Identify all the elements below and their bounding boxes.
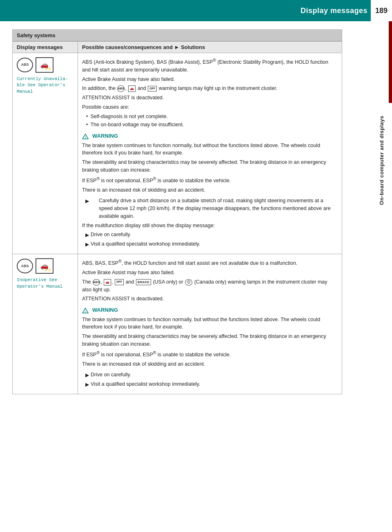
row1-line4: ATTENTION ASSIST is deactivated.: [82, 94, 338, 102]
row2-intro: ABS, BAS, ESP®, the HOLD function and hi…: [82, 258, 338, 267]
row1-multifunction: If the multifunction display still shows…: [82, 222, 338, 230]
row1-icons: ABS 🚗 ⚡⚡: [17, 57, 74, 73]
inline-car-icon2: 🚗: [104, 279, 111, 286]
row1-intro: ABS (Anti-lock Braking System), BAS (Bra…: [82, 57, 338, 74]
row1-content: ABS (Anti-lock Braking System), BAS (Bra…: [78, 53, 342, 254]
header-title: Display messages: [301, 7, 368, 15]
inline-car-icon: 🚗: [128, 85, 136, 92]
page-number: 189: [371, 0, 392, 21]
row1-icon-label: Currently Unavaila-ble See Operator'sMan…: [17, 76, 74, 95]
row1-arrow2: ▶ Drive on carefully.: [85, 231, 338, 239]
row1-warning-line4: There is an increased risk of skidding a…: [82, 186, 338, 194]
car-warning-icon2: 🚗 ⚡⚡: [36, 258, 53, 274]
section-header: Safety systems: [12, 29, 342, 41]
row2-line4: ATTENTION ASSIST is deactivated.: [82, 295, 338, 303]
row2-warning-line2: The steerability and braking characteris…: [82, 333, 338, 348]
inline-canada-icon: ⓘ: [185, 279, 192, 286]
row1-warning-title: ! WARNING: [82, 132, 338, 140]
row1-arrow3: ▶ Visit a qualified specialist workshop …: [85, 240, 338, 248]
header-bar: Display messages: [0, 0, 392, 21]
row1-arrow1: ▶ Carefully drive a short distance on a …: [85, 197, 338, 220]
row1-warning-line2: The steerability and braking characteris…: [82, 159, 338, 174]
inline-abs-icon: ABS: [117, 85, 125, 92]
abs-icon2: ABS: [17, 259, 33, 273]
inline-off-icon2: OFF: [115, 279, 124, 285]
col2-header: Possible causes/consequences and ► Solut…: [78, 42, 342, 53]
row1-line3: In addition, the ABS, 🚗 and OFF warning …: [82, 85, 338, 92]
col1-header: Display messages: [13, 42, 78, 53]
row1-warning: ! WARNING The brake system continues to …: [82, 132, 338, 194]
row1-bullet1: • Self-diagnosis is not yet complete.: [86, 113, 338, 121]
inline-brake-icon: BRAKE: [136, 279, 151, 285]
table-row: ABS 🚗 ⚡⚡ Currently Unavaila-ble See Oper…: [13, 53, 342, 254]
side-tab-bar: [389, 21, 392, 103]
row2-line2: Active Brake Assist may have also failed…: [82, 269, 338, 277]
car-warning-icon: 🚗 ⚡⚡: [36, 57, 53, 73]
row2-line3: The ABS, 🚗, OFF and BRAKE (USA only) or …: [82, 278, 338, 294]
row1-warning-line3: If ESP® is not operational, ESP® is unab…: [82, 176, 338, 185]
row2-arrow2: ▶ Visit a qualified specialist workshop …: [85, 380, 338, 388]
side-tab-label: On-board computer and displays: [379, 116, 385, 205]
row2-warning-line3: If ESP® is not operational, ESP® is unab…: [82, 350, 338, 359]
col2-header-text: Possible causes/consequences and ► Solut…: [82, 44, 205, 50]
row2-warning: ! WARNING The brake system continues to …: [82, 306, 338, 368]
row1-bullet2: • The on-board voltage may be insufficie…: [86, 121, 338, 129]
row2-display-message: ABS 🚗 ⚡⚡ Inoperative SeeOperator's Manua…: [13, 254, 78, 394]
row2-content: ABS, BAS, ESP®, the HOLD function and hi…: [78, 254, 342, 394]
table-row: ABS 🚗 ⚡⚡ Inoperative SeeOperator's Manua…: [13, 254, 342, 394]
row1-line5: Possible causes are:: [82, 103, 338, 111]
main-table: Display messages Possible causes/consequ…: [12, 41, 342, 394]
inline-abs-icon2: ABS: [93, 279, 100, 286]
main-content: Safety systems Display messages Possible…: [0, 21, 371, 402]
row2-arrow1: ▶ Drive on carefully.: [85, 371, 338, 379]
row2-warning-title: ! WARNING: [82, 306, 338, 314]
svg-text:!: !: [85, 310, 86, 313]
row2-icons: ABS 🚗 ⚡⚡: [17, 258, 74, 274]
svg-text:!: !: [85, 136, 86, 139]
row1-display-message: ABS 🚗 ⚡⚡ Currently Unavaila-ble See Oper…: [13, 53, 78, 254]
row2-icon-label: Inoperative SeeOperator's Manual: [17, 277, 74, 290]
inline-off-icon: OFF: [148, 86, 157, 92]
row2-warning-line4: There is an increased risk of skidding a…: [82, 360, 338, 368]
row2-warning-line1: The brake system continues to function n…: [82, 316, 338, 331]
row1-line2: Active Brake Assist may have also failed…: [82, 76, 338, 83]
row1-warning-line1: The brake system continues to function n…: [82, 142, 338, 157]
abs-icon: ABS: [17, 58, 33, 72]
